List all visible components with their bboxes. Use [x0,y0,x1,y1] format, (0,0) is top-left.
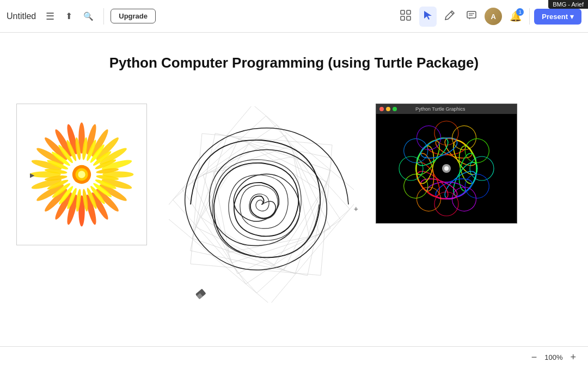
sun-image-container[interactable]: ▶ [16,104,147,245]
topbar-right: A 🔔 1 Present ▾ [396,0,588,33]
svg-marker-4 [424,11,432,20]
svg-text:▶: ▶ [30,172,35,178]
svg-rect-3 [407,16,411,20]
turtle-window-container[interactable]: Python Turtle Graphics [376,104,517,224]
expand-dot [393,107,397,111]
turtle-window-titlebar: Python Turtle Graphics [376,104,517,114]
svg-point-105 [444,166,449,171]
cursor-tool-button[interactable] [419,7,437,27]
upgrade-button[interactable]: Upgrade [111,9,156,23]
svg-point-95 [470,156,494,180]
svg-line-5 [451,12,453,14]
zoom-in-button[interactable]: + [567,351,579,364]
svg-rect-2 [401,16,405,20]
pen-icon [444,10,455,23]
slide: Python Computer Programming (using Turtl… [0,33,588,346]
zoom-out-button[interactable]: − [528,351,541,364]
document-title[interactable]: Untitled [7,11,36,21]
zoom-level: 100% [544,353,562,361]
svg-point-96 [461,170,493,202]
share-button[interactable]: ⬆ [62,8,76,25]
turtle-canvas [376,114,517,223]
canvas-area[interactable]: Python Computer Programming (using Turtl… [0,33,588,368]
hamburger-menu-button[interactable]: ☰ [42,7,58,26]
svg-point-101 [399,156,423,180]
cursor-icon [422,10,433,23]
divider-right [529,8,530,25]
svg-rect-1 [407,10,411,14]
minimize-dot [386,107,390,111]
spiral-image-container[interactable]: + [169,104,354,305]
svg-point-59 [78,171,85,178]
bottom-bar: − 100% + [0,346,588,368]
slide-images: ▶ [0,87,588,305]
spiral-graphic [169,106,354,303]
sun-graphic: ▶ [24,112,139,237]
present-label: Present [542,13,568,21]
grid-icon [400,9,412,24]
search-button[interactable]: 🔍 [80,8,97,25]
pen-tool-button[interactable] [441,7,458,27]
svg-point-92 [434,121,458,145]
comment-button[interactable] [463,7,480,27]
present-button[interactable]: Present ▾ [534,9,581,25]
upload-icon: ⬆ [65,11,72,21]
turtle-window-title: Python Turtle Graphics [415,106,465,112]
search-icon: 🔍 [83,11,94,21]
notification-wrapper: 🔔 1 [506,7,525,26]
svg-rect-6 [467,11,476,18]
svg-point-94 [461,134,493,167]
svg-point-98 [434,192,458,216]
topbar: BMG - Arief Untitled ☰ ⬆ 🔍 Upgrade [0,0,588,33]
slide-title: Python Computer Programming (using Turtl… [0,33,588,71]
avatar[interactable]: A [485,8,502,25]
svg-rect-0 [401,10,405,14]
comment-icon [466,10,477,23]
resize-cursor-icon: + [354,204,358,213]
tools-grid-button[interactable] [396,6,415,27]
hamburger-icon: ☰ [46,10,54,22]
svg-point-102 [400,134,432,167]
divider [103,8,104,25]
close-dot [379,107,384,111]
chevron-down-icon: ▾ [570,13,574,21]
colorful-turtle-graphic [387,118,506,219]
svg-point-100 [400,170,432,202]
